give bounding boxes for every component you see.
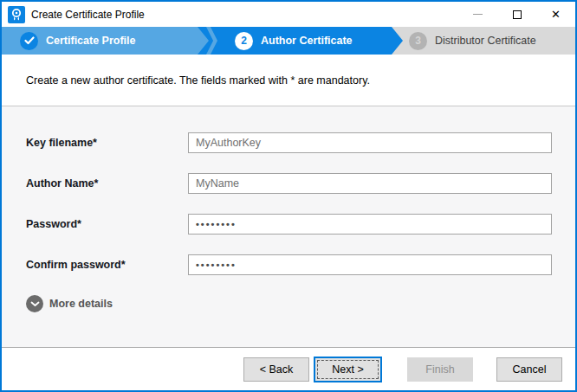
confirm-password-label: Confirm password* bbox=[26, 259, 188, 271]
maximize-button[interactable] bbox=[497, 2, 536, 27]
step-distributor-certificate: 3 Distributor Certificate bbox=[392, 27, 575, 55]
key-filename-label: Key filename* bbox=[26, 137, 188, 149]
password-row: Password* bbox=[26, 214, 575, 235]
more-details-label: More details bbox=[49, 298, 113, 310]
key-filename-input[interactable] bbox=[188, 132, 552, 153]
step-certificate-profile: Certificate Profile bbox=[2, 27, 198, 55]
create-certificate-profile-dialog: Create Certificate Profile ✕ Certificate… bbox=[0, 0, 577, 392]
confirm-password-input[interactable] bbox=[188, 254, 552, 275]
maximize-icon bbox=[513, 10, 522, 19]
step3-badge: 3 bbox=[409, 32, 427, 50]
chevron-down-icon bbox=[26, 295, 43, 312]
finish-button[interactable]: Finish bbox=[407, 357, 473, 382]
key-filename-row: Key filename* bbox=[26, 132, 575, 153]
password-label: Password* bbox=[26, 218, 188, 230]
next-button[interactable]: Next > bbox=[314, 357, 382, 382]
window-controls: ✕ bbox=[458, 2, 575, 27]
step1-label: Certificate Profile bbox=[46, 35, 136, 47]
step2-label: Author Certificate bbox=[261, 35, 353, 47]
step2-badge: 2 bbox=[235, 32, 253, 50]
title-bar: Create Certificate Profile ✕ bbox=[2, 2, 575, 27]
description-area: Create a new author certificate. The fie… bbox=[2, 55, 575, 106]
wizard-step-bar: Certificate Profile 2 Author Certificate… bbox=[2, 27, 575, 55]
next-button-label: Next > bbox=[332, 363, 363, 376]
certificate-app-icon bbox=[8, 6, 25, 23]
author-name-input[interactable] bbox=[188, 173, 552, 194]
close-button[interactable]: ✕ bbox=[536, 2, 575, 27]
window-title: Create Certificate Profile bbox=[31, 9, 458, 21]
minimize-icon bbox=[473, 14, 483, 15]
step1-badge bbox=[20, 32, 38, 50]
minimize-button[interactable] bbox=[458, 2, 497, 27]
back-button[interactable]: < Back bbox=[243, 357, 309, 382]
check-icon bbox=[24, 36, 35, 45]
close-icon: ✕ bbox=[551, 9, 561, 20]
confirm-password-row: Confirm password* bbox=[26, 254, 575, 275]
author-name-row: Author Name* bbox=[26, 173, 575, 194]
more-details-toggle[interactable]: More details bbox=[26, 295, 575, 312]
author-certificate-form: Key filename* Author Name* Password* Con… bbox=[2, 106, 575, 347]
page-description: Create a new author certificate. The fie… bbox=[26, 74, 370, 87]
author-name-label: Author Name* bbox=[26, 177, 188, 190]
step3-label: Distributor Certificate bbox=[435, 35, 536, 47]
step-author-certificate: 2 Author Certificate bbox=[198, 27, 392, 55]
dialog-button-bar: < Back Next > Finish Cancel bbox=[2, 347, 575, 390]
cancel-button[interactable]: Cancel bbox=[496, 357, 562, 382]
password-input[interactable] bbox=[188, 214, 552, 235]
